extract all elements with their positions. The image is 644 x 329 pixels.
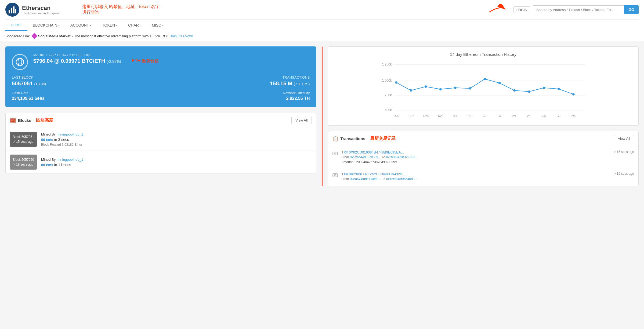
header: Etherscan The Ethereum Block Explorer 这里… [0, 0, 644, 31]
svg-text:2/7: 2/7 [556, 114, 560, 118]
logo-subtitle: The Ethereum Block Explorer [22, 12, 61, 15]
main-content: MARKET CAP OF $77.615 BILLION $796.04 @ … [0, 41, 644, 192]
token-chevron-icon: ▾ [116, 24, 117, 27]
block-info-0: Mined By miningpoolhub_1 66 txns in 3 se… [41, 132, 312, 147]
transactions-title: Transactions [341, 136, 366, 141]
svg-point-22 [454, 87, 456, 89]
svg-point-25 [498, 82, 501, 84]
chart-area: 1 250k 1 000k 750k 500k [334, 61, 633, 120]
tx-to-0[interactable]: 0x3fc43a7041c7801... [386, 155, 418, 159]
transactions-view-all-button[interactable]: View All [614, 135, 634, 142]
block-reward-0: Block Reward 3.02182 Ether [41, 143, 312, 147]
logo-area: Etherscan The Ethereum Block Explorer [5, 3, 61, 17]
nav-misc[interactable]: MISC ▾ [146, 20, 169, 31]
eth-annotation: ETH 当前价格 [132, 58, 159, 64]
globe-icon [12, 54, 28, 70]
svg-point-26 [513, 89, 515, 92]
blockchain-chevron-icon: ▾ [58, 24, 60, 27]
logo-title: Etherscan [22, 5, 61, 12]
tx-time-1: > 15 secs ago [614, 172, 634, 176]
block-badge-0: Block 5057051 > 15 secs ago [10, 132, 37, 147]
tx-hash-1[interactable]: TX# 0X2989ED2F2A2CC30A8CA492B... [342, 172, 405, 176]
transactions-label: TRANSACTIONS [163, 75, 310, 79]
blocks-icon: 🧱 [10, 118, 16, 123]
last-block-stat: LAST BLOCK 5057051 (13.8s) [12, 75, 159, 87]
logo-chart-icon [8, 5, 17, 14]
left-panel: MARKET CAP OF $77.615 BILLION $796.04 @ … [5, 46, 316, 186]
tx-from-1[interactable]: 0xea674fdde714fd9... [350, 177, 381, 181]
tx-info-0: TX# 0X62CD016084B4748B9E695EA... > 15 se… [342, 150, 634, 164]
svg-text:1 000k: 1 000k [382, 79, 392, 82]
right-panel: 14 day Ethereum Transaction History 1 25… [328, 46, 639, 186]
svg-text:2/2: 2/2 [497, 114, 501, 118]
blocks-view-all-button[interactable]: View All [291, 117, 312, 124]
blocks-section: 🧱 Blocks 区块高度 View All Block 5057051 > 1… [5, 113, 316, 174]
svg-text:1/31: 1/31 [467, 114, 473, 118]
svg-point-29 [557, 88, 560, 90]
tx-icon-0 [332, 151, 338, 164]
sponsored-description: - The most cost effective advertising pl… [72, 34, 169, 38]
search-button[interactable]: GO [624, 5, 639, 14]
nav-chart[interactable]: CHART [123, 20, 146, 31]
miner-link-1[interactable]: miningpoolhub_1 [57, 158, 83, 162]
transactions-stat: TRANSACTIONS 158.15 M (7.1 TPS) [163, 75, 310, 87]
logo-icon [5, 3, 19, 17]
svg-text:2/5: 2/5 [527, 114, 531, 118]
transactions-annotation: 最新交易记录 [370, 136, 396, 141]
svg-point-19 [410, 89, 412, 92]
transactions-section: 📋 Transactions 最新交易记录 View All TX# 0X62C… [328, 131, 639, 186]
tx-to-1[interactable]: 0x1cef248f9b540d3... [386, 177, 417, 181]
svg-text:1/26: 1/26 [393, 114, 399, 118]
transfer-icon-0 [332, 151, 338, 156]
globe-svg [15, 57, 25, 67]
nav-blockchain[interactable]: BLOCKCHAIN ▾ [27, 20, 65, 31]
search-input[interactable] [533, 5, 624, 14]
svg-point-21 [439, 88, 442, 90]
main-nav: HOME BLOCKCHAIN ▾ ACCOUNT ▾ TOKEN ▾ CHAR… [5, 19, 639, 31]
block-mined-1: Mined By miningpoolhub_1 [41, 158, 312, 162]
block-item-1: Block 5057050 > 18 secs ago Mined By min… [6, 151, 316, 174]
tx-item-1: TX# 0X2989ED2F2A2CC30A8CA492B... > 15 se… [328, 168, 639, 186]
market-cap-label: MARKET CAP OF $77.615 BILLION [33, 53, 310, 57]
tx-icon-1 [332, 172, 338, 182]
panel-divider [322, 46, 323, 186]
tx-amount-0: Amount 0.200240475738784992 Ether [342, 160, 634, 164]
transactions-icon: 📋 [332, 136, 338, 142]
chart-card: 14 day Ethereum Transaction History 1 25… [328, 46, 639, 126]
blocks-title: Blocks [18, 118, 31, 123]
svg-text:2/4: 2/4 [512, 114, 516, 118]
block-txns-0: 66 txns [41, 138, 53, 142]
svg-rect-0 [9, 10, 10, 13]
nav-token[interactable]: TOKEN ▾ [97, 20, 123, 31]
svg-point-30 [572, 93, 574, 96]
login-area: LOGIN GO [487, 4, 639, 16]
svg-point-24 [483, 78, 486, 80]
stats-card: MARKET CAP OF $77.615 BILLION $796.04 @ … [5, 46, 316, 107]
stats-bottom: LAST BLOCK 5057051 (13.8s) TRANSACTIONS … [12, 75, 310, 101]
last-block-value: 5057051 (13.8s) [12, 81, 159, 87]
miner-link-0[interactable]: miningpoolhub_1 [57, 132, 83, 136]
tx-from-0[interactable]: 0x52bc44d5378309... [350, 155, 381, 159]
header-annotation: 这里可以输入 哈希值、地址、token 名字 进行查询 [82, 4, 481, 15]
tx-hash-0[interactable]: TX# 0X62CD016084B4748B9E695EA... [342, 150, 404, 154]
transactions-title-area: 📋 Transactions 最新交易记录 [332, 136, 396, 142]
svg-text:500k: 500k [385, 108, 392, 112]
nav-account[interactable]: ACCOUNT ▾ [65, 20, 97, 31]
svg-text:1/30: 1/30 [452, 114, 458, 118]
login-link[interactable]: LOGIN [513, 6, 530, 13]
tx-addresses-1: From 0xea674fdde714fd9... To 0x1cef248f9… [342, 177, 634, 181]
svg-text:2/6: 2/6 [542, 114, 546, 118]
nav-home[interactable]: HOME [5, 20, 27, 31]
svg-text:1 250k: 1 250k [382, 63, 392, 66]
blocks-title-area: 🧱 Blocks 区块高度 [10, 118, 53, 123]
logo-text: Etherscan The Ethereum Block Explorer [22, 5, 61, 15]
svg-point-28 [542, 87, 545, 89]
svg-rect-1 [11, 8, 12, 13]
tx-time-0: > 15 secs ago [614, 150, 634, 154]
sponsored-cta[interactable]: Join ICO Now! [170, 34, 193, 38]
transactions-value: 158.15 M (7.1 TPS) [163, 81, 310, 87]
diamond-icon [31, 33, 38, 39]
svg-point-27 [528, 90, 530, 93]
svg-rect-2 [13, 6, 15, 13]
svg-text:1/29: 1/29 [437, 114, 443, 118]
